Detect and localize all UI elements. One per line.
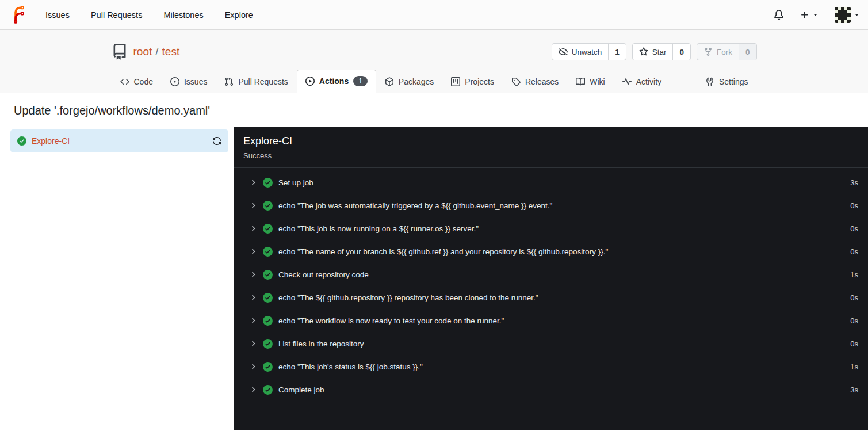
nav-link-issues[interactable]: Issues [45,10,70,20]
pulse-icon [622,77,632,86]
check-circle-icon [263,247,273,257]
chevron-right-icon [249,270,257,279]
chevron-right-icon [249,178,257,186]
check-circle-icon [263,201,273,211]
create-new-button[interactable] [800,10,819,20]
notifications-button[interactable] [774,10,784,20]
jobs-sidebar: Explore-CI [0,127,234,430]
step-duration: 0s [850,316,858,325]
step-row[interactable]: echo "This job is now running on a ${{ r… [234,217,868,240]
step-duration: 3s [850,178,858,187]
sync-icon[interactable] [212,136,221,146]
user-menu-button[interactable] [835,7,860,23]
step-row[interactable]: echo "This job's status is ${{ job.statu… [234,355,868,378]
job-item-explore-ci[interactable]: Explore-CI [10,129,228,152]
book-icon [576,77,585,86]
step-duration: 0s [850,247,858,256]
unwatch-button[interactable]: Unwatch 1 [552,43,626,60]
check-circle-icon [263,270,273,280]
issue-icon [170,77,179,86]
star-icon [639,47,648,56]
stars-count[interactable]: 0 [672,44,690,60]
step-name: List files in the repository [278,340,364,348]
eye-closed-icon [559,47,568,56]
tab-pull-requests[interactable]: Pull Requests [216,71,296,93]
avatar [835,7,851,23]
step-name: echo "This job's status is ${{ job.statu… [278,363,423,371]
tab-packages-label: Packages [399,77,434,86]
watchers-count[interactable]: 1 [608,44,626,60]
chevron-right-icon [249,224,257,232]
package-icon [385,77,394,86]
step-row[interactable]: echo "The job was automatically triggere… [234,194,868,217]
chevron-right-icon [249,316,257,325]
chevron-down-icon [812,12,819,18]
repo-owner-link[interactable]: root [133,45,152,58]
repo-name-link[interactable]: test [162,45,180,58]
check-circle-icon [263,316,273,326]
tab-packages[interactable]: Packages [376,71,442,93]
plus-icon [800,10,809,20]
pull-request-icon [224,77,234,86]
step-duration: 1s [850,363,858,371]
tab-actions[interactable]: Actions 1 [297,70,376,93]
tab-projects[interactable]: Projects [442,71,503,93]
nav-link-pull-requests[interactable]: Pull Requests [91,10,142,20]
tab-wiki[interactable]: Wiki [567,71,613,93]
step-duration: 0s [850,340,858,348]
tab-wiki-label: Wiki [590,77,605,86]
repo-title-row: root / test Unwatch 1 Star 0 [112,40,757,63]
step-row[interactable]: echo "The ${{ github.repository }} repos… [234,286,868,309]
unwatch-label: Unwatch [572,48,602,56]
chevron-right-icon [249,386,257,394]
tab-activity[interactable]: Activity [614,71,670,93]
step-row[interactable]: Complete job 3s [234,378,868,401]
tab-activity-label: Activity [636,77,661,86]
play-circle-icon [305,77,315,86]
job-name: Explore-CI [243,135,859,148]
job-item-label: Explore-CI [32,136,70,146]
repo-tabs: Code Issues Pull Requests Actions 1 Pack… [112,70,757,93]
step-name: echo "The job was automatically triggere… [278,201,552,210]
forgejo-logo-icon[interactable] [10,6,28,24]
project-board-icon [451,77,460,86]
tab-settings-label: Settings [719,77,748,86]
chevron-right-icon [249,363,257,371]
step-row[interactable]: echo "The name of your branch is ${{ git… [234,240,868,263]
top-navbar: Issues Pull Requests Milestones Explore [0,0,868,30]
chevron-right-icon [249,293,257,302]
forks-count: 0 [739,44,756,60]
code-icon [120,77,129,86]
check-circle-icon [263,224,273,234]
step-row[interactable]: echo "The workflow is now ready to test … [234,309,868,332]
step-duration: 3s [850,386,858,394]
tab-pull-requests-label: Pull Requests [238,77,288,86]
tab-settings[interactable]: Settings [697,71,757,93]
step-name: echo "The name of your branch is ${{ git… [278,247,608,256]
step-name: echo "The workflow is now ready to test … [278,316,504,325]
fork-icon [703,47,713,56]
tab-projects-label: Projects [465,77,494,86]
tab-code[interactable]: Code [112,71,162,93]
job-status: Success [243,151,859,160]
navbar-right [774,7,860,23]
bell-icon [774,10,784,20]
tab-issues[interactable]: Issues [162,71,216,93]
check-circle-icon [263,362,273,372]
workflow-run-view: Update '.forgejo/workflows/demo.yaml' Ex… [0,93,868,430]
job-log-header: Explore-CI Success [234,127,868,168]
check-circle-icon [263,178,273,188]
tab-code-label: Code [134,77,153,86]
star-button[interactable]: Star 0 [632,43,691,60]
step-row[interactable]: Set up job 3s [234,171,868,194]
repo-separator: / [155,45,158,58]
step-name: Check out repository code [278,270,369,279]
step-row[interactable]: Check out repository code 1s [234,263,868,286]
step-row[interactable]: List files in the repository 0s [234,332,868,355]
step-duration: 0s [850,224,858,233]
nav-link-milestones[interactable]: Milestones [163,10,203,20]
tab-issues-label: Issues [184,77,207,86]
nav-link-explore[interactable]: Explore [225,10,253,20]
chevron-down-icon [854,12,860,18]
tab-releases[interactable]: Releases [503,71,567,93]
